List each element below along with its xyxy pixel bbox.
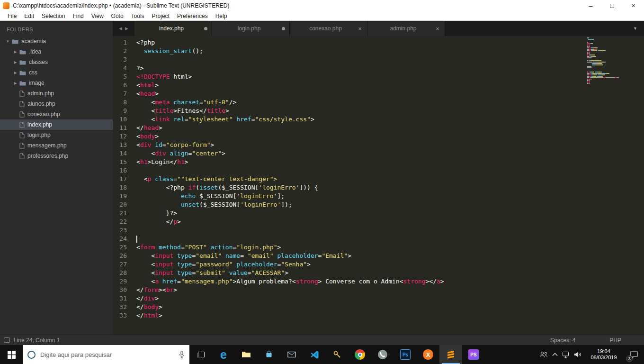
indentation-status[interactable]: Spaces: 4 [550, 337, 575, 344]
sidebar-item-index.php[interactable]: index.php [0, 119, 113, 130]
tab-scroll-right-icon[interactable]: ▶ [125, 26, 128, 31]
code-line[interactable]: 2 session_start(); [113, 47, 644, 56]
code-line[interactable]: 31</div> [113, 295, 644, 303]
tab-scroll-left-icon[interactable]: ◀ [119, 26, 122, 31]
code-line[interactable]: 28 <input type="submit" value="ACESSAR"> [113, 269, 644, 278]
network-icon[interactable] [561, 351, 572, 358]
taskbar-task-view-button[interactable] [189, 345, 212, 364]
chevron-right-icon[interactable]: ▶ [12, 50, 18, 54]
code-line[interactable]: 11</head> [113, 124, 644, 133]
code-line[interactable]: 21 }?> [113, 209, 644, 218]
menu-tools[interactable]: Tools [127, 13, 148, 19]
sidebar-item-conexao.php[interactable]: conexao.php [0, 109, 113, 119]
chevron-down-icon[interactable]: ▼ [5, 39, 11, 44]
tab-close-icon[interactable]: × [435, 25, 440, 32]
chevron-right-icon[interactable]: ▶ [12, 81, 18, 85]
code-line[interactable]: 23 [113, 227, 644, 235]
code-line[interactable]: 3 [113, 56, 644, 64]
tab-login.php[interactable]: login.php [212, 21, 290, 36]
sidebar-item-login.php[interactable]: login.php [0, 130, 113, 140]
code-line[interactable]: 12<body> [113, 133, 644, 141]
maximize-button[interactable] [601, 0, 623, 11]
taskbar-mail-button[interactable] [280, 345, 303, 364]
menu-find[interactable]: Find [69, 13, 87, 19]
tab-admin.php[interactable]: admin.php× [367, 21, 445, 36]
chevron-right-icon[interactable]: ▶ [12, 60, 18, 64]
code-text: <meta charset="utf-8"/> [136, 99, 236, 107]
code-line[interactable]: 29 <a href="mensagem.php">Algum problema… [113, 278, 644, 286]
taskbar-photoshop-button[interactable]: Ps [394, 345, 417, 364]
sidebar-item-image[interactable]: ▶image [0, 78, 113, 88]
people-icon[interactable] [538, 351, 549, 358]
syntax-status[interactable]: PHP [609, 337, 621, 344]
taskbar-whatsapp-button[interactable] [371, 345, 394, 364]
taskbar-search[interactable] [23, 345, 189, 364]
taskbar-vscode-button[interactable] [303, 345, 326, 364]
code-line[interactable]: 24 [113, 235, 644, 244]
taskbar-file-explorer-button[interactable] [235, 345, 258, 364]
taskbar-clock[interactable]: 19:04 06/03/2019 [585, 348, 622, 361]
volume-icon[interactable] [572, 351, 583, 358]
code-line[interactable]: 20 unset($_SESSION['loginErro']); [113, 201, 644, 209]
chevron-right-icon[interactable]: ▶ [12, 71, 18, 75]
code-line[interactable]: 33</html> [113, 312, 644, 320]
taskbar-phpstorm-button[interactable]: PS [462, 345, 485, 364]
menu-view[interactable]: View [88, 13, 107, 19]
taskbar-search-input[interactable] [40, 351, 179, 358]
taskbar-store-button[interactable] [258, 345, 280, 364]
code-line[interactable]: 27 <input type="password" placeholder="S… [113, 261, 644, 269]
tab-close-icon[interactable]: × [357, 25, 363, 32]
code-line[interactable]: 26 <input type="email" name= "email" pla… [113, 252, 644, 261]
minimap[interactable] [587, 37, 643, 84]
code-line[interactable]: 22 </p> [113, 218, 644, 227]
code-line[interactable]: 32</body> [113, 303, 644, 312]
code-line[interactable]: 6<html> [113, 82, 644, 90]
tab-overflow-menu[interactable]: ▼ [626, 21, 644, 36]
sidebar-item-alunos.php[interactable]: alunos.php [0, 99, 113, 109]
minimize-button[interactable]: – [580, 0, 601, 11]
code-line[interactable]: 17 <p class=""text-center text-danger"> [113, 175, 644, 184]
taskbar-keys-button[interactable] [326, 345, 349, 364]
taskbar-edge-button[interactable]: e [212, 345, 235, 364]
taskbar-sublime-button[interactable] [439, 345, 462, 364]
sidebar-item-admin.php[interactable]: admin.php [0, 88, 113, 99]
code-line[interactable]: 14 <div align="center"> [113, 150, 644, 158]
sidebar-item-.idea[interactable]: ▶.idea [0, 46, 113, 57]
code-line[interactable]: 10 <link rel="stylesheet" href="css/styl… [113, 116, 644, 124]
hidden-icons-chevron[interactable] [549, 353, 561, 356]
code-line[interactable]: 1<?php [113, 39, 644, 47]
code-line[interactable]: 5<!DOCTYPE html> [113, 73, 644, 82]
code-editor[interactable]: 1<?php2 session_start();34?>5<!DOCTYPE h… [113, 36, 644, 335]
tab-conexao.php[interactable]: conexao.php× [290, 21, 367, 36]
code-line[interactable]: 30</form><br> [113, 286, 644, 295]
menu-preferences[interactable]: Preferences [173, 13, 212, 19]
code-line[interactable]: 9 <title>Fitnes</title> [113, 107, 644, 116]
microphone-icon[interactable] [179, 351, 185, 358]
menu-help[interactable]: Help [212, 13, 231, 19]
code-line[interactable]: 13<div id="corpo-form"> [113, 141, 644, 150]
taskbar-xampp-button[interactable]: X [417, 345, 439, 364]
action-center-button[interactable]: 3 [624, 345, 644, 364]
code-line[interactable]: 25<form method="POST" action="login.php"… [113, 244, 644, 252]
menu-goto[interactable]: Goto [107, 13, 127, 19]
code-line[interactable]: 18 <?php if(isset($_SESSION['loginErro']… [113, 184, 644, 192]
code-line[interactable]: 4?> [113, 64, 644, 73]
code-line[interactable]: 19 echo $_SESSION['loginErro']; [113, 192, 644, 201]
code-line[interactable]: 7<head> [113, 90, 644, 99]
menu-edit[interactable]: Edit [20, 13, 38, 19]
menu-file[interactable]: File [4, 13, 20, 19]
menu-selection[interactable]: Selection [38, 13, 69, 19]
tab-index.php[interactable]: index.php [134, 21, 212, 36]
code-line[interactable]: 16 [113, 167, 644, 175]
start-button[interactable] [0, 345, 23, 364]
menu-project[interactable]: Project [148, 13, 173, 19]
sidebar-item-classes[interactable]: ▶classes [0, 57, 113, 67]
taskbar-chrome-button[interactable] [349, 345, 371, 364]
sidebar-item-mensagem.php[interactable]: mensagem.php [0, 140, 113, 151]
close-button[interactable]: × [623, 0, 644, 11]
sidebar-item-professores.php[interactable]: professores.php [0, 151, 113, 161]
code-line[interactable]: 8 <meta charset="utf-8"/> [113, 99, 644, 107]
code-line[interactable]: 15<h1>Login</h1> [113, 158, 644, 167]
sidebar-item-css[interactable]: ▶css [0, 67, 113, 78]
sidebar-item-academia[interactable]: ▼academia [0, 36, 113, 46]
